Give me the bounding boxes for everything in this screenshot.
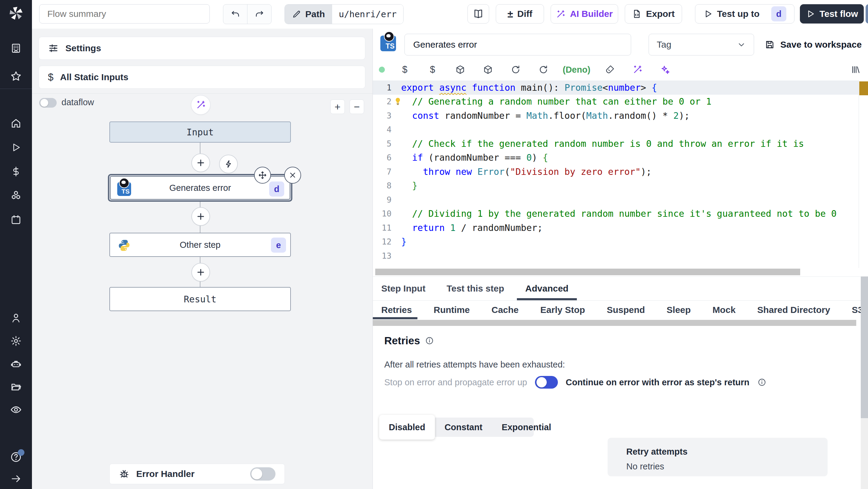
subtab-cache[interactable]: Cache bbox=[492, 301, 519, 319]
redo-icon bbox=[254, 9, 265, 19]
flow-summary-input[interactable] bbox=[39, 4, 210, 24]
editor-horizontal-scrollbar[interactable] bbox=[375, 269, 800, 275]
code-line[interactable]: 12} bbox=[373, 235, 859, 249]
retry-strategy-disabled[interactable]: Disabled bbox=[379, 415, 435, 439]
trigger-bolt-button[interactable] bbox=[219, 155, 238, 173]
favorites-star-icon[interactable] bbox=[10, 70, 22, 82]
folders-icon[interactable] bbox=[10, 381, 22, 393]
subtab-suspend[interactable]: Suspend bbox=[607, 301, 645, 319]
library-button[interactable] bbox=[846, 64, 865, 75]
deno-icon bbox=[384, 31, 394, 41]
code-line[interactable]: 6 if (randomNumber === 0) { bbox=[373, 151, 859, 165]
code-line[interactable]: 2 // Generating a random number that can… bbox=[373, 95, 859, 109]
path-value[interactable]: u/henri/err bbox=[332, 4, 403, 24]
code-line[interactable]: 7 throw new Error("Division by zero erro… bbox=[373, 164, 859, 179]
step-name-input[interactable] bbox=[404, 34, 631, 56]
flow-ai-wand-button[interactable] bbox=[191, 95, 211, 115]
tag-select[interactable]: Tag bbox=[649, 34, 754, 56]
info-icon[interactable] bbox=[757, 378, 767, 387]
wand-icon bbox=[556, 9, 566, 19]
resources-dollar-button[interactable]: $ bbox=[418, 64, 446, 75]
code-line[interactable]: 4 bbox=[373, 123, 859, 137]
audit-eye-icon[interactable] bbox=[10, 404, 22, 416]
lightbulb-icon[interactable] bbox=[393, 97, 402, 106]
code-line[interactable]: 1export async function main(): Promise<n… bbox=[373, 81, 859, 95]
package-button[interactable] bbox=[446, 64, 474, 75]
ai-sparkles-button[interactable] bbox=[651, 64, 679, 75]
panel-scrollbar-thumb[interactable] bbox=[861, 276, 868, 418]
error-handler-toggle[interactable] bbox=[250, 467, 276, 481]
add-step-button[interactable] bbox=[191, 263, 210, 282]
docs-button[interactable] bbox=[467, 4, 489, 24]
flow-node-input[interactable]: Input bbox=[110, 122, 291, 143]
retry-strategy-exponential[interactable]: Exponential bbox=[492, 418, 561, 437]
schedules-calendar-icon[interactable] bbox=[10, 214, 22, 226]
code-line[interactable]: 5 // Check if the generated random numbe… bbox=[373, 136, 859, 151]
help-icon[interactable] bbox=[10, 451, 22, 463]
subtab-early-stop[interactable]: Early Stop bbox=[540, 301, 585, 319]
settings-gear-icon[interactable] bbox=[10, 335, 22, 347]
test-up-to-button[interactable]: Test up to d bbox=[695, 4, 795, 24]
ai-fix-wand-button[interactable] bbox=[624, 64, 651, 75]
dataflow-toggle[interactable] bbox=[39, 98, 57, 108]
workers-robot-icon[interactable] bbox=[10, 358, 22, 370]
collapse-arrow-right-icon[interactable] bbox=[10, 473, 22, 485]
subtab-sleep[interactable]: Sleep bbox=[667, 301, 691, 319]
add-step-button[interactable] bbox=[191, 207, 210, 226]
flow-settings-button[interactable]: Settings bbox=[38, 37, 365, 60]
subtab-shared-directory[interactable]: Shared Directory bbox=[757, 301, 830, 319]
retry-strategy-constant[interactable]: Constant bbox=[435, 418, 492, 437]
zoom-in-button[interactable]: + bbox=[330, 99, 345, 114]
save-to-workspace-button[interactable]: Save to workspace bbox=[765, 34, 862, 56]
code-line[interactable]: 8 } bbox=[373, 179, 859, 193]
zoom-out-button[interactable]: − bbox=[350, 99, 364, 114]
runtime-label[interactable]: (Deno) bbox=[557, 65, 596, 75]
tab-test-this-step[interactable]: Test this step bbox=[447, 277, 504, 300]
tabs-horizontal-scrollbar[interactable] bbox=[373, 320, 856, 326]
subtab-runtime[interactable]: Runtime bbox=[434, 301, 470, 319]
ai-builder-button[interactable]: AI Builder bbox=[551, 4, 618, 24]
undo-button[interactable] bbox=[223, 4, 247, 24]
flow-node-other-step[interactable]: Other step e bbox=[110, 233, 291, 257]
test-flow-button[interactable]: Test flow bbox=[800, 4, 864, 24]
move-step-button[interactable] bbox=[254, 167, 271, 184]
tab-step-input[interactable]: Step Input bbox=[381, 277, 426, 300]
stop-on-error-label[interactable]: Stop on error and propagate error up bbox=[384, 377, 527, 388]
editor-overview-ruler[interactable] bbox=[859, 81, 868, 268]
format-brush-button[interactable] bbox=[596, 64, 624, 75]
error-handler-row[interactable]: Error Handler bbox=[110, 464, 285, 484]
diff-button[interactable]: ± Diff bbox=[496, 4, 544, 24]
add-step-button[interactable] bbox=[191, 153, 210, 172]
windmill-logo-icon[interactable] bbox=[8, 5, 24, 21]
subtab-retries[interactable]: Retries bbox=[381, 301, 412, 319]
resources-cubes-icon[interactable] bbox=[10, 190, 22, 202]
export-button[interactable]: Export bbox=[625, 4, 682, 24]
runs-play-icon[interactable] bbox=[10, 142, 22, 153]
continue-on-error-label[interactable]: Continue on error with error as step's r… bbox=[566, 377, 749, 388]
workspace-building-icon[interactable] bbox=[10, 42, 22, 54]
flow-node-result[interactable]: Result bbox=[110, 287, 291, 311]
home-icon[interactable] bbox=[10, 117, 22, 129]
subtab-mock[interactable]: Mock bbox=[712, 301, 736, 319]
redo-button[interactable] bbox=[247, 4, 271, 24]
path-control[interactable]: Path u/henri/err bbox=[284, 4, 404, 24]
overflow-button-edge[interactable] bbox=[866, 4, 868, 24]
code-editor[interactable]: 1export async function main(): Promise<n… bbox=[373, 81, 859, 268]
users-icon[interactable] bbox=[10, 312, 22, 324]
package-button[interactable] bbox=[474, 64, 502, 75]
reload-button[interactable] bbox=[530, 64, 557, 75]
reload-button[interactable] bbox=[502, 64, 530, 75]
code-line[interactable]: 3 const randomNumber = Math.floor(Math.r… bbox=[373, 109, 859, 123]
code-line[interactable]: 10 // Dividing 1 by the generated random… bbox=[373, 207, 859, 221]
code-line[interactable]: 13 bbox=[373, 249, 859, 263]
static-inputs-button[interactable]: $ All Static Inputs bbox=[38, 66, 365, 89]
code-line[interactable]: 11 return 1 / randomNumber; bbox=[373, 221, 859, 235]
tab-advanced[interactable]: Advanced bbox=[525, 277, 568, 300]
continue-on-error-toggle[interactable] bbox=[535, 376, 558, 389]
delete-step-button[interactable] bbox=[284, 167, 301, 184]
windmill-flow-editor: Path u/henri/err ± Diff AI Builder Expor… bbox=[0, 0, 868, 489]
variables-dollar-button[interactable]: $ bbox=[391, 64, 418, 75]
info-icon[interactable] bbox=[425, 336, 434, 345]
variables-dollar-icon[interactable] bbox=[10, 165, 22, 178]
code-line[interactable]: 9 bbox=[373, 193, 859, 207]
